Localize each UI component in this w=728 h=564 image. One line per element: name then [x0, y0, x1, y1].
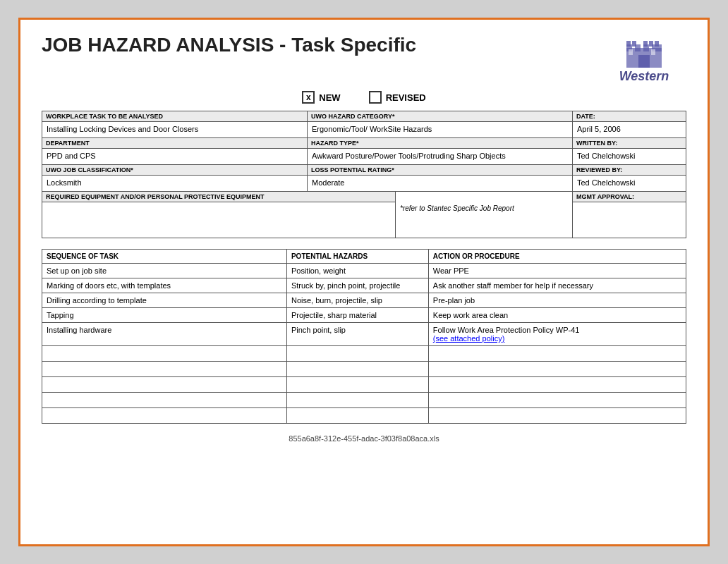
- page-title: JOB HAZARD ANALYSIS - Task Specific: [42, 34, 602, 56]
- uwo-hazard-value: Ergonomic/Tool/ WorkSite Hazards: [308, 122, 572, 137]
- header: JOB HAZARD ANALYSIS - Task Specific West…: [42, 34, 686, 84]
- uwo-job-cell: UWO JOB CLASSIFICATION* Locksmith: [42, 165, 308, 191]
- table-row: [42, 346, 686, 362]
- table-row: [42, 377, 686, 393]
- hazards-cell: Struck by, pinch point, projectile: [286, 278, 428, 293]
- uwo-job-label: UWO JOB CLASSIFICATION*: [42, 165, 307, 176]
- svg-rect-9: [655, 41, 659, 47]
- svg-rect-8: [649, 41, 653, 47]
- action-cell: [428, 362, 686, 377]
- loss-potential-cell: LOSS POTENTIAL RATING* Moderate: [308, 165, 573, 191]
- action-link: (see attached policy): [433, 334, 505, 343]
- hazards-cell: [286, 393, 428, 408]
- table-row: TappingProjectile, sharp materialKeep wo…: [42, 308, 686, 323]
- reviewed-by-value: Ted Chelchowski: [573, 176, 686, 191]
- action-cell: Follow Work Area Protection Policy WP-41…: [428, 323, 686, 346]
- hazards-cell: [286, 346, 428, 362]
- col-hazards-header: POTENTIAL HAZARDS: [286, 250, 428, 264]
- svg-rect-7: [643, 41, 648, 47]
- logo-text: Western: [619, 69, 669, 84]
- hazard-type-cell: HAZARD TYPE* Awkward Posture/Power Tools…: [308, 138, 573, 164]
- uwo-hazard-cell: UWO HAZARD CATEGORY* Ergonomic/Tool/ Wor…: [308, 111, 573, 137]
- reviewed-by-cell: REVIEWED BY: Ted Chelchowski: [573, 165, 686, 191]
- form-row-4: REQUIRED EQUIPMENT AND/OR PERSONAL PROTE…: [42, 192, 686, 238]
- action-cell: [428, 408, 686, 424]
- stantec-note-cell: *refer to Stantec Specific Job Report: [396, 192, 573, 238]
- castle-icon: [623, 34, 665, 69]
- form-row-2: DEPARTMENT PPD and CPS HAZARD TYPE* Awkw…: [42, 138, 686, 165]
- written-by-value: Ted Chelchowski: [573, 149, 686, 164]
- svg-rect-11: [629, 49, 633, 55]
- hazards-cell: Position, weight: [286, 264, 428, 278]
- loss-potential-label: LOSS POTENTIAL RATING*: [308, 165, 572, 176]
- new-checkbox-item: x NEW: [302, 91, 340, 104]
- mgmt-approval-label: MGMT APPROVAL:: [573, 192, 686, 202]
- tasks-header-row: SEQUENCE OF TASK POTENTIAL HAZARDS ACTIO…: [42, 250, 686, 264]
- action-cell: Pre-plan job: [428, 293, 686, 308]
- svg-rect-5: [626, 41, 631, 47]
- col-task-header: SEQUENCE OF TASK: [42, 250, 287, 264]
- revised-checkbox: [369, 91, 382, 104]
- department-value: PPD and CPS: [42, 149, 307, 164]
- table-row: Drilling according to templateNoise, bur…: [42, 293, 686, 308]
- department-cell: DEPARTMENT PPD and CPS: [42, 138, 308, 164]
- hazards-cell: [286, 362, 428, 377]
- workplace-task-cell: WORKPLACE TASK TO BE ANALYSED Installing…: [42, 111, 308, 137]
- form-row-1: WORKPLACE TASK TO BE ANALYSED Installing…: [42, 111, 686, 138]
- date-value: April 5, 2006: [573, 122, 686, 137]
- hazard-type-value: Awkward Posture/Power Tools/Protruding S…: [308, 149, 572, 164]
- table-row: [42, 362, 686, 377]
- equipment-value: [42, 202, 395, 238]
- hazards-cell: Projectile, sharp material: [286, 308, 428, 323]
- equipment-label: REQUIRED EQUIPMENT AND/OR PERSONAL PROTE…: [42, 192, 395, 202]
- col-action-header: ACTION OR PROCEDURE: [428, 250, 686, 264]
- hazards-cell: [286, 408, 428, 424]
- equipment-cell: REQUIRED EQUIPMENT AND/OR PERSONAL PROTE…: [42, 192, 396, 238]
- new-label: NEW: [319, 92, 340, 103]
- form-row-3: UWO JOB CLASSIFICATION* Locksmith LOSS P…: [42, 165, 686, 192]
- document-page: JOB HAZARD ANALYSIS - Task Specific West…: [18, 18, 710, 546]
- hazards-cell: [286, 377, 428, 393]
- reviewed-by-label: REVIEWED BY:: [573, 165, 686, 176]
- status-row: x NEW REVISED: [42, 91, 686, 104]
- action-cell: [428, 377, 686, 393]
- written-by-label: WRITTEN BY:: [573, 138, 686, 149]
- uwo-hazard-label: UWO HAZARD CATEGORY*: [308, 111, 572, 122]
- task-cell: [42, 393, 287, 408]
- task-cell: Drilling according to template: [42, 293, 287, 308]
- task-cell: [42, 346, 287, 362]
- revised-label: REVISED: [386, 92, 426, 103]
- action-cell: Ask another staff member for help if nec…: [428, 278, 686, 293]
- uwo-job-value: Locksmith: [42, 176, 307, 191]
- stantec-spacer: [396, 192, 572, 202]
- task-cell: Tapping: [42, 308, 287, 323]
- task-cell: [42, 362, 287, 377]
- action-cell: [428, 346, 686, 362]
- date-label: DATE:: [573, 111, 686, 122]
- footer-filename: 855a6a8f-312e-455f-adac-3f03f8a08aca.xls: [289, 434, 439, 443]
- svg-rect-6: [632, 41, 636, 47]
- department-label: DEPARTMENT: [42, 138, 307, 149]
- svg-rect-10: [638, 55, 650, 68]
- mgmt-approval-cell: MGMT APPROVAL:: [573, 192, 686, 238]
- task-cell: [42, 408, 287, 424]
- date-cell: DATE: April 5, 2006: [573, 111, 686, 137]
- new-checkbox: x: [302, 91, 315, 104]
- loss-potential-value: Moderate: [308, 176, 572, 191]
- task-cell: [42, 377, 287, 393]
- table-row: Set up on job sitePosition, weightWear P…: [42, 264, 686, 278]
- action-cell: Keep work area clean: [428, 308, 686, 323]
- svg-rect-12: [651, 49, 655, 55]
- task-cell: Installing hardware: [42, 323, 287, 346]
- logo-area: Western: [602, 34, 686, 84]
- table-row: [42, 408, 686, 424]
- tasks-table: SEQUENCE OF TASK POTENTIAL HAZARDS ACTIO…: [42, 249, 686, 424]
- hazards-cell: Pinch point, slip: [286, 323, 428, 346]
- table-row: Installing hardwarePinch point, slipFoll…: [42, 323, 686, 346]
- footer: 855a6a8f-312e-455f-adac-3f03f8a08aca.xls: [42, 434, 686, 443]
- written-by-cell: WRITTEN BY: Ted Chelchowski: [573, 138, 686, 164]
- task-cell: Set up on job site: [42, 264, 287, 278]
- action-cell: Wear PPE: [428, 264, 686, 278]
- task-cell: Marking of doors etc, with templates: [42, 278, 287, 293]
- workplace-task-label: WORKPLACE TASK TO BE ANALYSED: [42, 111, 307, 122]
